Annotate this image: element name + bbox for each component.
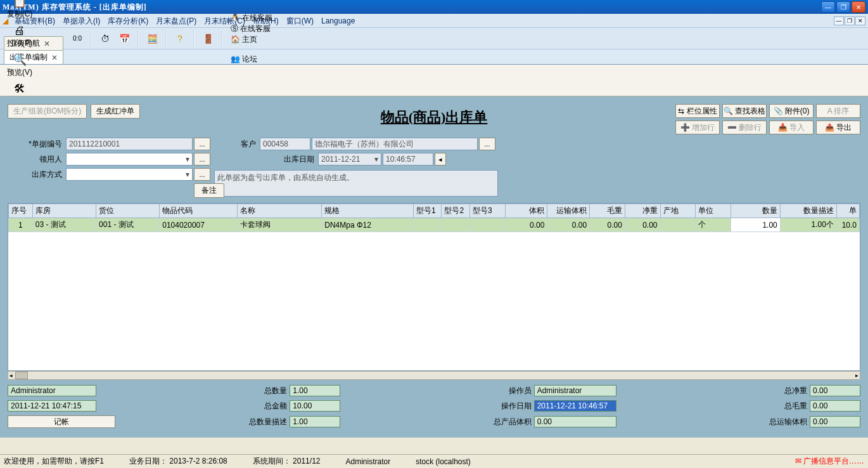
column-header[interactable]: 单: [836, 204, 859, 218]
customer-name-input[interactable]: 德尔福电子（苏州）有限公司: [312, 138, 478, 150]
column-header[interactable]: 型号2: [442, 204, 470, 218]
column-header[interactable]: 名称: [237, 204, 322, 218]
calendar-icon[interactable]: 📅: [117, 31, 132, 46]
grid-tool[interactable]: 📎 附件(0): [769, 104, 814, 118]
totpvol-label: 总产品体积: [481, 417, 532, 427]
mode-lookup-button[interactable]: ...: [194, 168, 210, 181]
main-menubar: ◢ 基础资料(B)单据录入(I)库存分析(K)月末盘点(P)月末结帐(C)帮助(…: [0, 14, 868, 28]
action-toolbar: 📄新单(A)✎修改(E)✖删除(D)💾保存(S)↶撤消(U)📋复制(C)🖨打印(…: [0, 65, 868, 96]
column-header[interactable]: 型号1: [413, 204, 442, 218]
grid-tool[interactable]: 📤 导出: [816, 120, 860, 134]
column-header[interactable]: 库房: [32, 204, 96, 218]
menu-item[interactable]: 月末盘点(P): [152, 16, 200, 25]
column-header[interactable]: 产地: [660, 204, 696, 218]
toolbar-link[interactable]: 👥论坛: [228, 54, 275, 65]
grid-tool[interactable]: ➕ 增加行: [675, 120, 720, 134]
totgw-label: 总毛重: [756, 401, 807, 412]
docno-label: *单据编号: [8, 139, 65, 150]
exit-icon[interactable]: 🚪: [200, 31, 215, 46]
mdi-restore[interactable]: ❐: [845, 16, 855, 25]
totnw-box: 0.00: [810, 385, 860, 396]
document-tabs: 业务导航✕出库单编制✕: [0, 49, 868, 65]
tottvol-box: 0.00: [810, 416, 860, 427]
totgw-box: 0.00: [810, 400, 860, 412]
toolbar-link[interactable]: 🐧在线客服: [228, 13, 275, 23]
mdi-minimize[interactable]: —: [834, 16, 844, 25]
column-header[interactable]: 体积: [505, 204, 547, 218]
goto-icon[interactable]: 0:0: [70, 31, 85, 46]
status-broadcast: ✉ 广播信息平台……: [795, 456, 864, 467]
totpvol-box: 0.00: [534, 416, 616, 427]
status-welcome: 欢迎使用，如需帮助，请按F1: [4, 456, 104, 467]
opdate-label: 操作日期: [481, 401, 532, 412]
docno-input[interactable]: 201112210001: [66, 138, 193, 150]
document-title: 物品(商品)出库单: [381, 108, 488, 127]
tottvol-label: 总运输体积: [756, 417, 807, 427]
column-header[interactable]: 序号: [9, 204, 33, 218]
help-icon[interactable]: ?: [172, 31, 188, 46]
tab-close-icon[interactable]: ✕: [51, 53, 58, 62]
outdate-label: 出库日期: [260, 154, 317, 165]
toolbar-link[interactable]: Ⓢ在线客服: [228, 23, 275, 34]
outdate-input[interactable]: 2011-12-21▾: [318, 153, 381, 166]
menu-item[interactable]: 单据录入(I): [59, 16, 104, 25]
column-header[interactable]: 型号3: [470, 204, 506, 218]
column-header[interactable]: 数量描述: [780, 204, 836, 218]
line-items-grid[interactable]: 序号库房货位物品代码名称规格型号1型号2型号3体积运输体积毛重净重产地单位数量数…: [8, 203, 860, 371]
totqtydesc-box: 1.00: [290, 416, 340, 427]
customer-lookup-button[interactable]: ...: [479, 138, 495, 150]
mode-label: 出库方式: [8, 169, 65, 180]
window-controls: — ❐ ✕: [821, 1, 865, 13]
grid-tools: ⇆ 栏位属性🔍 查找表格📎 附件(0)A 排序 ➕ 增加行➖ 删除行📥 导入📤 …: [675, 104, 860, 134]
receiver-combo[interactable]: ▾: [66, 153, 193, 166]
grid-tool[interactable]: 📥 导入: [769, 120, 814, 134]
column-header[interactable]: 规格: [322, 204, 414, 218]
red-flush-button[interactable]: 生成红冲单: [91, 104, 140, 119]
tab-close-icon[interactable]: ✕: [44, 39, 50, 48]
customer-code-input[interactable]: 000458: [260, 138, 310, 150]
remark-button[interactable]: 备注: [194, 183, 224, 198]
minimize-button[interactable]: —: [821, 1, 835, 13]
column-header[interactable]: 毛重: [590, 204, 625, 218]
docno-lookup-button[interactable]: ...: [194, 138, 210, 150]
grid-tool[interactable]: 🔍 查找表格: [722, 104, 767, 118]
column-header[interactable]: 货位: [96, 204, 160, 218]
window-titlebar: Max(TM) 库存管理系统 - [出库单编制] — ❐ ✕: [0, 0, 868, 14]
menu-item[interactable]: 窗口(W): [283, 16, 317, 25]
action-打印(P)[interactable]: 🖨打印(P): [3, 22, 37, 51]
ledger-button[interactable]: 记帐: [8, 415, 115, 428]
status-bizdate: 业务日期： 2013-7-2 8:26:08: [129, 456, 227, 467]
grid-tool[interactable]: ⇆ 栏位属性: [675, 104, 720, 118]
create-datetime-box: 2011-12-21 10:47:15: [8, 400, 96, 412]
calculator-icon[interactable]: 🧮: [144, 31, 160, 46]
grid-tool[interactable]: ➖ 删除行: [722, 120, 767, 134]
clock-icon[interactable]: ⏱: [98, 31, 113, 46]
grid-tool[interactable]: A 排序: [816, 104, 860, 118]
outtime-input[interactable]: 10:46:57: [383, 153, 433, 166]
column-header[interactable]: 净重: [625, 204, 660, 218]
action-复制(C)[interactable]: 📋复制(C): [3, 0, 37, 22]
bom-split-button[interactable]: 生产组装(BOM拆分): [8, 104, 87, 119]
receiver-lookup-button[interactable]: ...: [194, 153, 210, 166]
column-header[interactable]: 单位: [696, 204, 731, 218]
opdate-box: 2011-12-21 10:46:57: [534, 400, 616, 412]
totamt-box: 10.00: [290, 400, 340, 412]
column-header[interactable]: 物品代码: [160, 204, 237, 218]
menu-item[interactable]: Language: [317, 16, 359, 25]
action-预览(V)[interactable]: 🔍预览(V): [3, 51, 37, 81]
totamt-label: 总金额: [236, 401, 287, 412]
maximize-button[interactable]: ❐: [836, 1, 850, 13]
time-spinner[interactable]: ◂: [435, 153, 446, 166]
toolbar-link[interactable]: 🏠主页: [228, 34, 275, 45]
column-header[interactable]: 数量: [731, 204, 780, 218]
close-button[interactable]: ✕: [852, 1, 865, 13]
menu-item[interactable]: 库存分析(K): [104, 16, 152, 25]
mdi-close[interactable]: ✕: [855, 16, 865, 25]
quick-toolbar: ☆ ▼ ▲ 0:0 ⏱ 📅 🧮 ? 🚪 🐧在线客服Ⓢ在线客服🏠主页👥论坛: [0, 28, 868, 49]
mode-combo[interactable]: ▾: [66, 168, 193, 181]
grid-scrollbar[interactable]: ◂ ▸: [8, 371, 860, 380]
receiver-label: 领用人: [8, 154, 65, 165]
table-row[interactable]: 1 03 - 测试 001 - 测试 0104020007 卡套球阀 DN4Mp…: [9, 218, 860, 232]
column-header[interactable]: 运输体积: [547, 204, 590, 218]
note-textarea[interactable]: 此单据为盘亏出库单，由系统自动生成。: [214, 170, 498, 197]
